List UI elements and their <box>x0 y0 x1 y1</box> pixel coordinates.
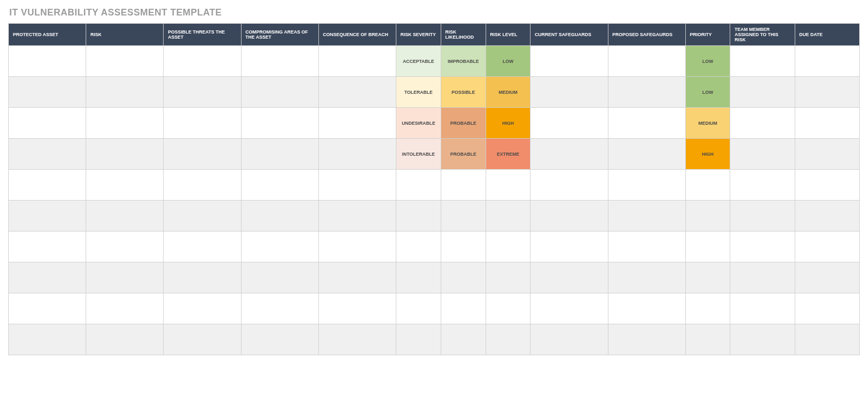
cell-empty[interactable] <box>531 201 608 231</box>
cell-empty[interactable] <box>318 201 396 231</box>
cell-level[interactable]: LOW <box>486 46 531 77</box>
cell-empty[interactable] <box>9 201 86 231</box>
cell-empty[interactable] <box>608 231 685 262</box>
cell-empty[interactable] <box>608 108 685 139</box>
cell-empty[interactable] <box>486 262 531 293</box>
cell-empty[interactable] <box>86 139 164 170</box>
cell-empty[interactable] <box>396 293 441 324</box>
cell-empty[interactable] <box>608 201 685 231</box>
cell-empty[interactable] <box>730 139 795 170</box>
cell-empty[interactable] <box>685 324 730 355</box>
cell-empty[interactable] <box>441 170 486 201</box>
cell-empty[interactable] <box>441 324 486 355</box>
cell-empty[interactable] <box>730 77 795 108</box>
cell-empty[interactable] <box>241 324 318 355</box>
cell-severity[interactable]: TOLERABLE <box>396 77 441 108</box>
cell-empty[interactable] <box>318 170 396 201</box>
cell-likelihood[interactable]: PROBABLE <box>441 108 486 139</box>
cell-empty[interactable] <box>531 108 608 139</box>
cell-empty[interactable] <box>486 170 531 201</box>
cell-empty[interactable] <box>730 108 795 139</box>
cell-empty[interactable] <box>486 293 531 324</box>
cell-empty[interactable] <box>9 324 86 355</box>
cell-empty[interactable] <box>795 324 859 355</box>
cell-empty[interactable] <box>9 77 86 108</box>
cell-level[interactable]: HIGH <box>486 108 531 139</box>
cell-priority[interactable]: HIGH <box>685 139 730 170</box>
cell-empty[interactable] <box>730 170 795 201</box>
cell-empty[interactable] <box>86 231 164 262</box>
cell-empty[interactable] <box>730 231 795 262</box>
cell-empty[interactable] <box>795 170 859 201</box>
cell-empty[interactable] <box>531 139 608 170</box>
cell-empty[interactable] <box>441 231 486 262</box>
cell-empty[interactable] <box>9 139 86 170</box>
cell-empty[interactable] <box>241 46 318 77</box>
cell-empty[interactable] <box>164 293 241 324</box>
cell-empty[interactable] <box>441 293 486 324</box>
cell-empty[interactable] <box>608 46 685 77</box>
cell-empty[interactable] <box>9 46 86 77</box>
cell-empty[interactable] <box>486 231 531 262</box>
cell-empty[interactable] <box>241 231 318 262</box>
cell-likelihood[interactable]: PROBABLE <box>441 139 486 170</box>
cell-empty[interactable] <box>241 262 318 293</box>
cell-empty[interactable] <box>795 139 859 170</box>
cell-empty[interactable] <box>86 46 164 77</box>
cell-empty[interactable] <box>9 293 86 324</box>
cell-level[interactable]: EXTREME <box>486 139 531 170</box>
cell-empty[interactable] <box>795 46 859 77</box>
cell-empty[interactable] <box>318 77 396 108</box>
cell-empty[interactable] <box>164 170 241 201</box>
cell-empty[interactable] <box>9 231 86 262</box>
cell-empty[interactable] <box>795 108 859 139</box>
cell-empty[interactable] <box>531 293 608 324</box>
cell-empty[interactable] <box>318 108 396 139</box>
cell-empty[interactable] <box>795 231 859 262</box>
cell-empty[interactable] <box>164 46 241 77</box>
cell-empty[interactable] <box>685 170 730 201</box>
cell-empty[interactable] <box>164 324 241 355</box>
cell-empty[interactable] <box>486 201 531 231</box>
cell-empty[interactable] <box>241 293 318 324</box>
cell-severity[interactable]: UNDESIRABLE <box>396 108 441 139</box>
cell-likelihood[interactable]: POSSIBLE <box>441 77 486 108</box>
cell-empty[interactable] <box>685 231 730 262</box>
cell-empty[interactable] <box>795 262 859 293</box>
cell-empty[interactable] <box>86 324 164 355</box>
cell-empty[interactable] <box>9 262 86 293</box>
cell-empty[interactable] <box>241 201 318 231</box>
cell-empty[interactable] <box>318 231 396 262</box>
cell-empty[interactable] <box>531 262 608 293</box>
cell-empty[interactable] <box>9 108 86 139</box>
cell-empty[interactable] <box>86 170 164 201</box>
cell-empty[interactable] <box>608 139 685 170</box>
cell-empty[interactable] <box>86 77 164 108</box>
cell-empty[interactable] <box>241 108 318 139</box>
cell-empty[interactable] <box>164 108 241 139</box>
cell-empty[interactable] <box>608 293 685 324</box>
cell-empty[interactable] <box>685 201 730 231</box>
cell-empty[interactable] <box>441 262 486 293</box>
cell-empty[interactable] <box>164 77 241 108</box>
cell-empty[interactable] <box>730 262 795 293</box>
cell-empty[interactable] <box>685 293 730 324</box>
cell-empty[interactable] <box>241 139 318 170</box>
cell-empty[interactable] <box>396 262 441 293</box>
cell-priority[interactable]: LOW <box>685 46 730 77</box>
cell-empty[interactable] <box>86 201 164 231</box>
cell-empty[interactable] <box>795 77 859 108</box>
cell-empty[interactable] <box>608 324 685 355</box>
cell-priority[interactable]: MEDIUM <box>685 108 730 139</box>
cell-empty[interactable] <box>86 262 164 293</box>
cell-empty[interactable] <box>730 201 795 231</box>
cell-empty[interactable] <box>608 170 685 201</box>
cell-empty[interactable] <box>396 170 441 201</box>
cell-empty[interactable] <box>396 324 441 355</box>
cell-empty[interactable] <box>164 262 241 293</box>
cell-empty[interactable] <box>396 231 441 262</box>
cell-empty[interactable] <box>730 324 795 355</box>
cell-empty[interactable] <box>441 201 486 231</box>
cell-empty[interactable] <box>608 262 685 293</box>
cell-severity[interactable]: ACCEPTABLE <box>396 46 441 77</box>
